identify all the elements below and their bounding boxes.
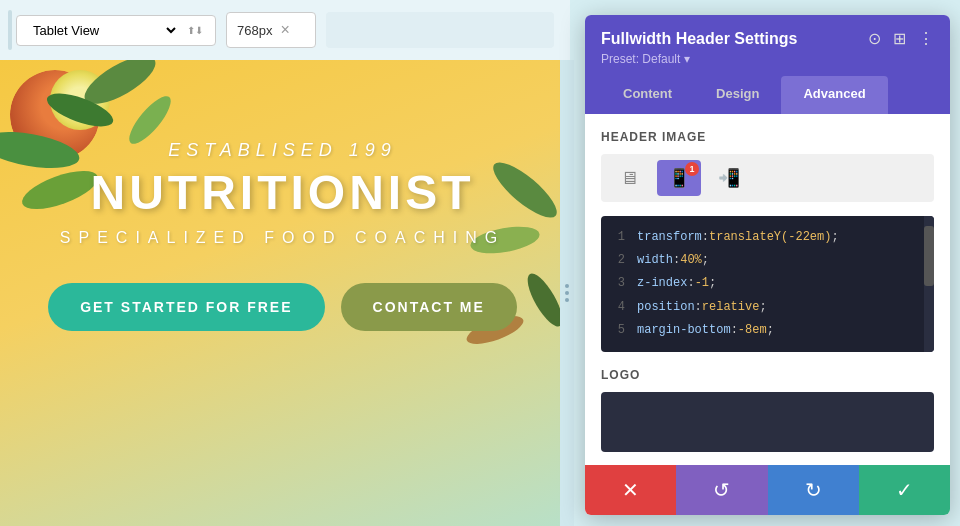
panel-grid-icon[interactable]: ⊞ bbox=[893, 29, 906, 48]
view-select[interactable]: Tablet View ⬆⬇ bbox=[16, 15, 216, 46]
view-dropdown[interactable]: Tablet View bbox=[29, 22, 179, 39]
contact-button[interactable]: CONTACT ME bbox=[341, 283, 517, 331]
desktop-icon: 🖥 bbox=[620, 168, 638, 189]
px-close-button[interactable]: × bbox=[278, 19, 291, 41]
desktop-device-button[interactable]: 🖥 bbox=[607, 160, 651, 196]
panel-title: Fullwidth Header Settings bbox=[601, 30, 797, 48]
cancel-button[interactable]: ✕ bbox=[585, 465, 676, 515]
hero-buttons: GET STARTED FOR FREE CONTACT ME bbox=[0, 283, 565, 331]
logo-area bbox=[601, 392, 934, 452]
css-code-editor[interactable]: 1 transform:translateY(-22em); 2 width:4… bbox=[601, 216, 934, 352]
handle-dot bbox=[565, 291, 569, 295]
save-button[interactable]: ✓ bbox=[859, 465, 950, 515]
panel-more-icon[interactable]: ⋮ bbox=[918, 29, 934, 48]
redo-button[interactable]: ↻ bbox=[768, 465, 859, 515]
panel-tabs: Content Design Advanced bbox=[601, 76, 934, 114]
panel-settings-icon[interactable]: ⊙ bbox=[868, 29, 881, 48]
mobile-icon: 📲 bbox=[718, 167, 740, 189]
hero-subtitle: SPECIALIZED FOOD COACHING bbox=[0, 229, 565, 247]
resize-handle[interactable] bbox=[560, 60, 574, 526]
redo-icon: ↻ bbox=[805, 478, 822, 502]
panel-title-row: Fullwidth Header Settings ⊙ ⊞ ⋮ bbox=[601, 29, 934, 48]
settings-panel: Fullwidth Header Settings ⊙ ⊞ ⋮ Preset: … bbox=[585, 15, 950, 515]
hero-title: NUTRITIONIST bbox=[0, 169, 565, 217]
section-header-image-label: Header Image bbox=[601, 130, 934, 144]
panel-icon-group: ⊙ ⊞ ⋮ bbox=[868, 29, 934, 48]
hero-text-block: ESTABLISED 199 NUTRITIONIST SPECIALIZED … bbox=[0, 140, 565, 331]
code-scroll-thumb[interactable] bbox=[924, 226, 934, 286]
handle-dot bbox=[565, 298, 569, 302]
panel-preset[interactable]: Preset: Default ▾ bbox=[601, 52, 934, 66]
panel-action-bar: ✕ ↺ ↻ ✓ bbox=[585, 465, 950, 515]
code-scrollbar[interactable] bbox=[924, 216, 934, 352]
section-logo-label: Logo bbox=[601, 368, 934, 382]
undo-icon: ↺ bbox=[713, 478, 730, 502]
cancel-icon: ✕ bbox=[622, 478, 639, 502]
code-line-4: 4 position:relative; bbox=[601, 296, 934, 319]
px-value: 768px bbox=[237, 23, 272, 38]
device-selector: 🖥 📱 1 📲 bbox=[601, 154, 934, 202]
code-line-1: 1 transform:translateY(-22em); bbox=[601, 226, 934, 249]
save-icon: ✓ bbox=[896, 478, 913, 502]
tab-design[interactable]: Design bbox=[694, 76, 781, 114]
mobile-device-button[interactable]: 📲 bbox=[707, 160, 751, 196]
tablet-badge: 1 bbox=[685, 162, 699, 176]
tab-advanced[interactable]: Advanced bbox=[781, 76, 887, 114]
toolbar: Tablet View ⬆⬇ 768px × bbox=[0, 0, 570, 60]
code-line-3: 3 z-index:-1; bbox=[601, 272, 934, 295]
tab-content[interactable]: Content bbox=[601, 76, 694, 114]
panel-header: Fullwidth Header Settings ⊙ ⊞ ⋮ Preset: … bbox=[585, 15, 950, 114]
hero-canvas: ESTABLISED 199 NUTRITIONIST SPECIALIZED … bbox=[0, 60, 565, 526]
panel-body: Header Image 🖥 📱 1 📲 1 transform:transla… bbox=[585, 114, 950, 484]
undo-button[interactable]: ↺ bbox=[676, 465, 767, 515]
tablet-device-button[interactable]: 📱 1 bbox=[657, 160, 701, 196]
handle-dot bbox=[565, 284, 569, 288]
px-input: 768px × bbox=[226, 12, 316, 48]
toolbar-empty-space bbox=[326, 12, 554, 48]
code-line-5: 5 margin-bottom:-8em; bbox=[601, 319, 934, 342]
get-started-button[interactable]: GET STARTED FOR FREE bbox=[48, 283, 324, 331]
hero-established: ESTABLISED 199 bbox=[0, 140, 565, 161]
left-handle bbox=[8, 10, 12, 50]
code-line-2: 2 width:40%; bbox=[601, 249, 934, 272]
